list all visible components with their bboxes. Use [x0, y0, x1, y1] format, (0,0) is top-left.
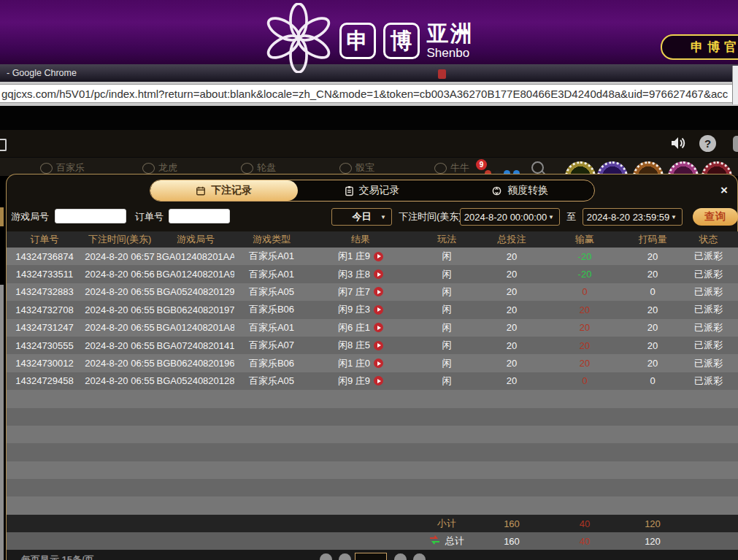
table-row: 143247294582024-8-20 06:55BGA05240820128… [7, 372, 738, 390]
brand-name-en: Shenbo [427, 47, 474, 59]
search-icon[interactable] [531, 161, 544, 174]
winloss-cell: 0 [542, 283, 627, 301]
game-toolbar: ? [0, 130, 738, 157]
per-page-label[interactable]: 每页显示 15条/页 [21, 553, 94, 560]
prev-page-button[interactable] [339, 553, 351, 560]
result-text: 闲9 庄3 [338, 303, 370, 316]
winloss-cell: 20 [542, 337, 627, 354]
result-cell: 闲7 庄7 [309, 283, 412, 301]
col-header-bet: 玩法 [412, 231, 481, 248]
url-bar: gqjcxs.com/h5V01/pc/index.html?return=ab… [0, 82, 738, 106]
order-cell: 14324732883 [7, 283, 82, 301]
official-site-button[interactable]: 申博官网 [661, 34, 738, 60]
status-cell: 已派彩 [678, 283, 738, 301]
table-row: 143247305552024-8-20 06:55BGA07240820141… [7, 337, 738, 354]
order-cell: 14324732708 [7, 301, 82, 318]
table-row: 143247327082024-8-20 06:55BGB06240820197… [7, 301, 738, 318]
close-icon[interactable]: × [718, 184, 731, 197]
turnover-cell: 20 [627, 337, 678, 354]
nav-label: 百家乐 [56, 161, 85, 174]
nav-item-sicbo[interactable]: 骰宝 [339, 161, 374, 174]
result-text: 闲3 庄8 [338, 268, 370, 281]
time-to-select[interactable]: 2024-8-20 23:59:59 ▼ [583, 208, 683, 226]
nav-item-niuniu[interactable]: 牛牛 [434, 161, 469, 174]
last-page-button[interactable] [413, 553, 426, 560]
result-cell: 闲3 庄8 [309, 265, 412, 283]
notice-badge: 9 [476, 159, 487, 170]
order-input[interactable] [169, 209, 230, 223]
winloss-cell: 20 [542, 301, 627, 318]
play-icon[interactable] [374, 287, 383, 296]
help-icon[interactable]: ? [699, 135, 716, 152]
play-icon[interactable] [374, 358, 383, 368]
play-icon[interactable] [374, 323, 383, 332]
winloss-cell: -20 [542, 248, 627, 265]
tab-label: 交易记录 [359, 184, 400, 197]
total-row: 总计 160 40 120 [7, 532, 738, 550]
play-icon[interactable] [374, 376, 383, 386]
bet-records-modal: 下注记录 交易记录 额度转换 × 游戏局号 [6, 174, 738, 560]
page-number-box[interactable] [355, 553, 387, 560]
tab-transaction-records[interactable]: 交易记录 [298, 180, 446, 201]
total-winloss: 40 [542, 532, 627, 550]
first-page-button[interactable] [320, 553, 332, 560]
nav-item-baccarat[interactable]: 百家乐 [40, 161, 85, 174]
status-cell: 已派彩 [678, 337, 738, 354]
result-text: 闲7 庄7 [338, 285, 370, 299]
result-cell: 闲6 庄1 [309, 319, 412, 337]
result-text: 闲9 庄9 [338, 375, 370, 388]
bet-time-label: 下注时间(美东) [399, 207, 462, 226]
nav-label: 牛牛 [450, 161, 469, 174]
type-cell: 百家乐A07 [234, 337, 309, 354]
speaker-icon[interactable] [670, 136, 686, 153]
address-input[interactable]: gqjcxs.com/h5V01/pc/index.html?return=ab… [0, 84, 738, 103]
play-icon[interactable] [374, 252, 383, 261]
next-page-button[interactable] [394, 553, 407, 560]
status-cell: 已派彩 [678, 319, 738, 337]
cropped-right-icon[interactable] [733, 136, 738, 152]
window-control-fragment[interactable] [732, 66, 738, 104]
play-icon[interactable] [374, 269, 383, 279]
turnover-cell: 20 [627, 354, 678, 372]
search-button[interactable]: 查询 [693, 208, 738, 226]
winloss-cell: -20 [542, 265, 627, 283]
empty-row [7, 479, 738, 496]
screen: 申 博 亚洲 Shenbo 申博官网 - Google Chrome gqjcx… [0, 0, 738, 560]
filter-bar: 游戏局号 订单号 今日 ▼ 下注时间(美东) 2024-8-20 00:00:0… [7, 207, 738, 226]
total-cell: 20 [481, 265, 542, 283]
col-header-total: 总投注 [481, 231, 542, 248]
empty-row [7, 408, 738, 426]
brand-wordmark: 亚洲 Shenbo [427, 23, 474, 59]
total-cell: 20 [481, 301, 542, 318]
baccarat-icon [40, 163, 53, 174]
round-cell: BGA05240820128 [157, 372, 234, 390]
nav-item-roulette[interactable]: 轮盘 [241, 161, 276, 174]
nav-item-dragon-tiger[interactable]: 龙虎 [142, 161, 177, 174]
turnover-cell: 0 [627, 283, 678, 301]
brand-char-shen: 申 [339, 23, 376, 59]
time-from-select[interactable]: 2024-8-20 00:00:00 ▼ [460, 208, 560, 226]
time-to-value: 2024-8-20 23:59:59 [587, 212, 669, 223]
round-input[interactable] [55, 209, 126, 223]
total-cell: 20 [481, 372, 542, 390]
pagination-bar: 每页显示 15条/页 [7, 550, 738, 560]
tab-credit-transfer[interactable]: 额度转换 [446, 180, 594, 201]
date-preset-select[interactable]: 今日 ▼ [331, 208, 392, 226]
nav-label: 骰宝 [355, 161, 374, 174]
tab-bet-records[interactable]: 下注记录 [150, 180, 299, 201]
swap-arrows-icon[interactable] [429, 535, 440, 547]
winloss-cell: 20 [542, 319, 627, 337]
play-icon[interactable] [374, 341, 383, 350]
total-cell: 20 [481, 283, 542, 301]
order-cell: 14324729458 [7, 372, 82, 390]
play-icon[interactable] [374, 305, 383, 315]
time-cell: 2024-8-20 06:56 [82, 265, 157, 283]
subtotal-total: 160 [481, 515, 542, 532]
preset-value: 今日 [353, 210, 372, 223]
total-cell: 20 [481, 319, 542, 337]
nav-label: 轮盘 [257, 161, 276, 174]
to-label: 至 [566, 207, 576, 226]
empty-row [7, 496, 738, 514]
winloss-cell: 0 [542, 372, 627, 390]
type-cell: 百家乐B06 [234, 354, 309, 372]
